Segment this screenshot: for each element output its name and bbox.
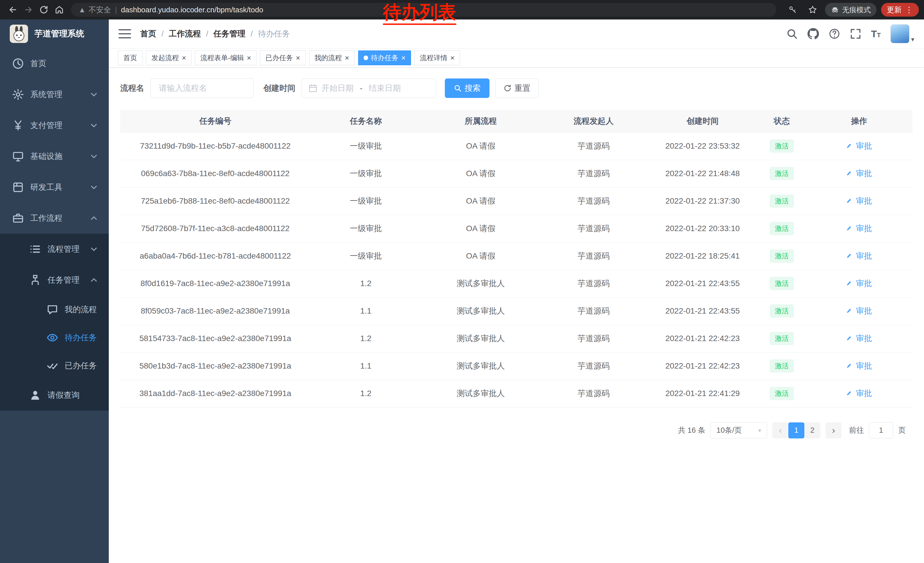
page-button-1[interactable]: 1 [788, 422, 804, 438]
sidebar-item-payment[interactable]: 支付管理 [0, 110, 109, 141]
approve-link[interactable]: 审批 [846, 388, 872, 399]
tab-6[interactable]: 流程详情× [414, 50, 460, 65]
table-cell: 1.2 [310, 380, 422, 407]
chrome-right-cluster: 无痕模式 更新 ⋮ [780, 2, 919, 18]
table-cell: 2022-01-22 21:48:48 [647, 160, 758, 187]
process-name-input[interactable] [151, 78, 254, 98]
approve-link[interactable]: 审批 [846, 278, 872, 289]
approve-link[interactable]: 审批 [846, 251, 872, 261]
table-cell: 测试多审批人 [422, 270, 540, 297]
password-key-icon[interactable] [785, 2, 800, 18]
reload-icon[interactable] [36, 2, 51, 18]
chrome-update-button[interactable]: 更新 ⋮ [881, 3, 919, 17]
table-cell: 芋道源码 [540, 380, 647, 407]
filter-bar: 流程名 创建时间 开始日期 - 结束日期 搜索 [120, 78, 912, 98]
chevron-down-icon: ▾ [758, 427, 761, 434]
breadcrumb-item[interactable]: 任务管理 [213, 29, 246, 39]
tab-2[interactable]: 流程表单-编辑× [195, 50, 256, 65]
table-cell: 审批 [806, 132, 912, 160]
table-cell: 芋道源码 [540, 160, 647, 187]
approve-link[interactable]: 审批 [846, 360, 872, 371]
hamburger-icon[interactable] [118, 27, 131, 40]
menu-dots-icon[interactable]: ⋮ [905, 5, 913, 15]
table-cell: 58154733-7ac8-11ec-a9e2-a2380e71991a [120, 325, 310, 352]
close-icon[interactable]: × [296, 54, 300, 62]
chevron-down-icon [90, 122, 98, 129]
tab-1[interactable]: 发起流程× [146, 50, 192, 65]
done-icon [46, 360, 58, 372]
sidebar-item-home[interactable]: 首页 [0, 48, 109, 79]
end-date-placeholder: 结束日期 [369, 83, 401, 94]
edit-pen-icon [846, 362, 854, 370]
date-range-picker[interactable]: 开始日期 - 结束日期 [302, 78, 436, 98]
approve-link[interactable]: 审批 [846, 168, 872, 179]
edit-pen-icon [846, 225, 854, 232]
back-icon[interactable] [5, 2, 21, 18]
search-icon[interactable] [786, 28, 798, 39]
status-badge: 激活 [770, 332, 794, 345]
navbar-right: TT ▾ [777, 24, 914, 43]
table-row: 8f059c03-7ac8-11ec-a9e2-a2380e71991a1.1测… [120, 297, 912, 325]
app-logo-row[interactable]: 芋道管理系统 [0, 20, 109, 48]
fullscreen-icon[interactable] [850, 28, 861, 39]
goto-page-input[interactable] [869, 422, 893, 438]
status-badge: 激活 [770, 222, 794, 235]
help-icon[interactable] [829, 28, 840, 39]
prev-page-button[interactable]: ‹ [772, 422, 788, 438]
bookmark-star-icon[interactable] [805, 2, 820, 18]
table-cell: 725a1eb6-7b88-11ec-8ef0-acde48001122 [120, 187, 310, 215]
search-button[interactable]: 搜索 [445, 78, 489, 98]
sidebar-item-my-process[interactable]: 我的流程 [0, 296, 109, 324]
sidebar-item-workflow[interactable]: 工作流程 [0, 203, 109, 234]
forward-icon[interactable] [21, 2, 36, 18]
table-cell: 2022-01-21 22:42:23 [647, 352, 758, 380]
close-icon[interactable]: × [247, 54, 251, 62]
process-icon [29, 243, 41, 255]
next-page-button[interactable]: › [825, 422, 842, 438]
edit-pen-icon [846, 390, 854, 397]
table-cell: 芋道源码 [540, 352, 647, 380]
table-cell: 审批 [806, 325, 912, 352]
home-icon[interactable] [51, 2, 67, 18]
status-badge: 激活 [770, 305, 794, 318]
font-size-icon[interactable]: TT [871, 29, 881, 39]
sidebar-item-system[interactable]: 系统管理 [0, 79, 109, 110]
sidebar-item-task-management[interactable]: 任务管理 [0, 264, 109, 296]
close-icon[interactable]: × [182, 54, 186, 62]
sidebar-item-infrastructure[interactable]: 基础设施 [0, 141, 109, 172]
approve-link[interactable]: 审批 [846, 141, 872, 152]
table-body: 73211d9d-7b9b-11ec-b5b7-acde48001122一级审批… [120, 132, 912, 407]
close-icon[interactable]: × [450, 54, 454, 62]
page-button-2[interactable]: 2 [804, 422, 820, 438]
approve-link[interactable]: 审批 [846, 306, 872, 317]
reset-button[interactable]: 重置 [495, 78, 539, 98]
tab-5[interactable]: 待办任务× [358, 50, 411, 65]
approve-link[interactable]: 审批 [846, 195, 872, 206]
close-icon[interactable]: × [345, 54, 349, 62]
table-cell: a6aba0a4-7b6d-11ec-b781-acde48001122 [120, 242, 310, 270]
task-table: 任务编号任务名称所属流程流程发起人创建时间状态操作 73211d9d-7b9b-… [120, 110, 912, 407]
table-cell: 2022-01-22 23:53:32 [647, 132, 758, 160]
table-cell: 激活 [758, 132, 806, 160]
table-cell: 1.1 [310, 297, 422, 325]
sidebar-item-done-tasks[interactable]: 已办任务 [0, 352, 109, 380]
table-cell: 8f059c03-7ac8-11ec-a9e2-a2380e71991a [120, 297, 310, 325]
not-secure-icon: ▲ [78, 6, 86, 14]
tab-3[interactable]: 已办任务× [260, 50, 305, 65]
tab-0[interactable]: 首页 [118, 50, 142, 65]
user-menu[interactable]: ▾ [891, 24, 914, 43]
incognito-icon [831, 6, 839, 14]
tab-4[interactable]: 我的流程× [309, 50, 355, 65]
sidebar-item-todo-tasks[interactable]: 待办任务 [0, 324, 109, 352]
sidebar-item-process-management[interactable]: 流程管理 [0, 234, 109, 264]
breadcrumb-item[interactable]: 首页 [140, 29, 156, 39]
close-icon[interactable]: × [401, 54, 406, 62]
page-size-select[interactable]: 10条/页 ▾ [711, 422, 767, 438]
table-cell: 审批 [806, 352, 912, 380]
approve-link[interactable]: 审批 [846, 333, 872, 344]
sidebar-item-leave-query[interactable]: 请假查询 [0, 380, 109, 411]
github-icon[interactable] [807, 28, 819, 39]
sidebar-item-devtools[interactable]: 研发工具 [0, 172, 109, 203]
approve-link[interactable]: 审批 [846, 223, 872, 234]
breadcrumb-item[interactable]: 工作流程 [169, 29, 201, 39]
